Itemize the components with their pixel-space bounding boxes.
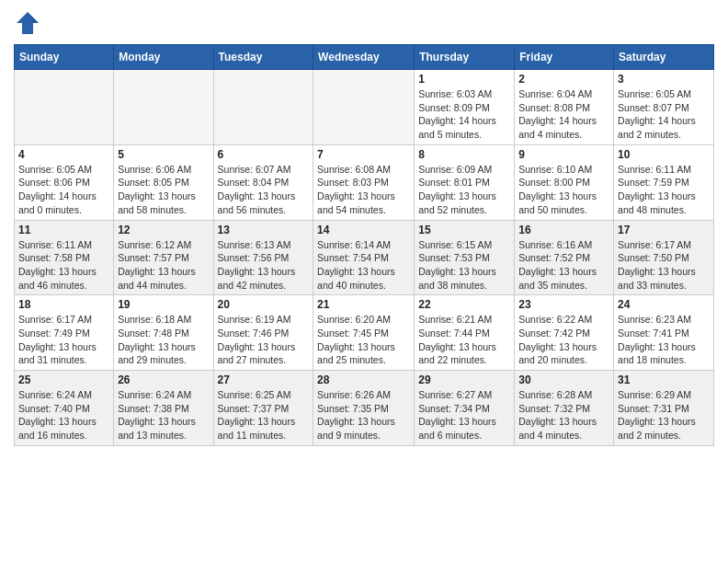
calendar-day: 17Sunrise: 6:17 AMSunset: 7:50 PMDayligh… [614, 220, 714, 295]
day-info: Sunrise: 6:23 AMSunset: 7:41 PMDaylight:… [618, 313, 710, 367]
day-number: 1 [418, 73, 510, 86]
calendar-day: 23Sunrise: 6:22 AMSunset: 7:42 PMDayligh… [515, 295, 614, 371]
day-info: Sunrise: 6:26 AMSunset: 7:35 PMDaylight:… [317, 388, 410, 442]
calendar-day [15, 70, 114, 145]
day-info: Sunrise: 6:24 AMSunset: 7:40 PMDaylight:… [18, 388, 109, 442]
page-header [14, 9, 714, 37]
day-info: Sunrise: 6:06 AMSunset: 8:05 PMDaylight:… [118, 163, 209, 217]
calendar-day: 19Sunrise: 6:18 AMSunset: 7:48 PMDayligh… [114, 295, 213, 371]
day-number: 28 [317, 373, 410, 386]
calendar-week-1: 1Sunrise: 6:03 AMSunset: 8:09 PMDaylight… [15, 70, 714, 145]
day-info: Sunrise: 6:21 AMSunset: 7:44 PMDaylight:… [418, 313, 510, 367]
day-number: 18 [18, 298, 109, 311]
day-number: 3 [618, 73, 710, 86]
day-info: Sunrise: 6:28 AMSunset: 7:32 PMDaylight:… [518, 388, 609, 442]
day-number: 20 [218, 298, 310, 311]
logo-icon [14, 9, 41, 37]
day-info: Sunrise: 6:04 AMSunset: 8:08 PMDaylight:… [518, 87, 609, 142]
calendar-day: 2Sunrise: 6:04 AMSunset: 8:08 PMDaylight… [515, 70, 614, 145]
calendar-week-4: 18Sunrise: 6:17 AMSunset: 7:49 PMDayligh… [15, 295, 714, 371]
day-info: Sunrise: 6:10 AMSunset: 8:00 PMDaylight:… [518, 163, 609, 217]
calendar-day [313, 70, 415, 145]
day-info: Sunrise: 6:07 AMSunset: 8:04 PMDaylight:… [218, 163, 310, 217]
day-info: Sunrise: 6:08 AMSunset: 8:03 PMDaylight:… [317, 163, 410, 217]
calendar-day: 10Sunrise: 6:11 AMSunset: 7:59 PMDayligh… [614, 144, 714, 220]
weekday-header-saturday: Saturday [614, 45, 714, 70]
day-number: 11 [18, 224, 109, 236]
day-number: 25 [18, 373, 109, 386]
day-number: 24 [618, 298, 710, 311]
day-info: Sunrise: 6:12 AMSunset: 7:57 PMDaylight:… [118, 238, 209, 293]
day-number: 29 [418, 373, 510, 386]
day-number: 21 [317, 298, 410, 311]
calendar-day: 7Sunrise: 6:08 AMSunset: 8:03 PMDaylight… [313, 144, 415, 220]
calendar-day [114, 70, 213, 145]
day-info: Sunrise: 6:22 AMSunset: 7:42 PMDaylight:… [518, 313, 609, 367]
calendar-day: 9Sunrise: 6:10 AMSunset: 8:00 PMDaylight… [515, 144, 614, 220]
day-number: 2 [518, 73, 609, 86]
day-number: 8 [418, 148, 510, 161]
calendar-day: 20Sunrise: 6:19 AMSunset: 7:46 PMDayligh… [213, 295, 313, 371]
calendar-day: 8Sunrise: 6:09 AMSunset: 8:01 PMDaylight… [415, 144, 515, 220]
calendar-day: 4Sunrise: 6:05 AMSunset: 8:06 PMDaylight… [15, 144, 114, 220]
calendar-day: 31Sunrise: 6:29 AMSunset: 7:31 PMDayligh… [614, 371, 714, 446]
day-info: Sunrise: 6:11 AMSunset: 7:59 PMDaylight:… [618, 163, 710, 217]
day-number: 14 [317, 224, 410, 236]
calendar-day: 3Sunrise: 6:05 AMSunset: 8:07 PMDaylight… [614, 70, 714, 145]
calendar: SundayMondayTuesdayWednesdayThursdayFrid… [14, 44, 714, 446]
day-info: Sunrise: 6:25 AMSunset: 7:37 PMDaylight:… [218, 388, 310, 442]
day-info: Sunrise: 6:20 AMSunset: 7:45 PMDaylight:… [317, 313, 410, 367]
day-number: 13 [218, 224, 310, 236]
day-number: 16 [518, 224, 609, 236]
day-number: 10 [618, 148, 710, 161]
day-number: 5 [118, 148, 209, 161]
day-info: Sunrise: 6:27 AMSunset: 7:34 PMDaylight:… [418, 388, 510, 442]
day-info: Sunrise: 6:09 AMSunset: 8:01 PMDaylight:… [418, 163, 510, 217]
day-number: 15 [418, 224, 510, 236]
day-number: 27 [218, 373, 310, 386]
calendar-day: 16Sunrise: 6:16 AMSunset: 7:52 PMDayligh… [515, 220, 614, 295]
calendar-day: 29Sunrise: 6:27 AMSunset: 7:34 PMDayligh… [415, 371, 515, 446]
weekday-header-wednesday: Wednesday [313, 45, 415, 70]
weekday-header-thursday: Thursday [415, 45, 515, 70]
calendar-day: 18Sunrise: 6:17 AMSunset: 7:49 PMDayligh… [15, 295, 114, 371]
calendar-day: 12Sunrise: 6:12 AMSunset: 7:57 PMDayligh… [114, 220, 213, 295]
calendar-day: 5Sunrise: 6:06 AMSunset: 8:05 PMDaylight… [114, 144, 213, 220]
day-number: 23 [518, 298, 609, 311]
day-info: Sunrise: 6:29 AMSunset: 7:31 PMDaylight:… [618, 388, 710, 442]
day-number: 12 [118, 224, 209, 236]
day-info: Sunrise: 6:05 AMSunset: 8:06 PMDaylight:… [18, 163, 109, 217]
logo [14, 9, 45, 37]
calendar-week-3: 11Sunrise: 6:11 AMSunset: 7:58 PMDayligh… [15, 220, 714, 295]
calendar-day: 15Sunrise: 6:15 AMSunset: 7:53 PMDayligh… [415, 220, 515, 295]
day-info: Sunrise: 6:18 AMSunset: 7:48 PMDaylight:… [118, 313, 209, 367]
calendar-day: 13Sunrise: 6:13 AMSunset: 7:56 PMDayligh… [213, 220, 313, 295]
day-info: Sunrise: 6:19 AMSunset: 7:46 PMDaylight:… [218, 313, 310, 367]
weekday-header-row: SundayMondayTuesdayWednesdayThursdayFrid… [15, 45, 714, 70]
day-number: 26 [118, 373, 209, 386]
day-number: 4 [18, 148, 109, 161]
calendar-day: 22Sunrise: 6:21 AMSunset: 7:44 PMDayligh… [415, 295, 515, 371]
day-number: 17 [618, 224, 710, 236]
weekday-header-friday: Friday [515, 45, 614, 70]
day-info: Sunrise: 6:13 AMSunset: 7:56 PMDaylight:… [218, 238, 310, 293]
day-info: Sunrise: 6:03 AMSunset: 8:09 PMDaylight:… [418, 87, 510, 142]
day-number: 9 [518, 148, 609, 161]
calendar-day: 27Sunrise: 6:25 AMSunset: 7:37 PMDayligh… [213, 371, 313, 446]
day-number: 22 [418, 298, 510, 311]
calendar-day: 21Sunrise: 6:20 AMSunset: 7:45 PMDayligh… [313, 295, 415, 371]
calendar-day: 26Sunrise: 6:24 AMSunset: 7:38 PMDayligh… [114, 371, 213, 446]
calendar-day: 25Sunrise: 6:24 AMSunset: 7:40 PMDayligh… [15, 371, 114, 446]
day-number: 6 [218, 148, 310, 161]
calendar-week-2: 4Sunrise: 6:05 AMSunset: 8:06 PMDaylight… [15, 144, 714, 220]
day-number: 7 [317, 148, 410, 161]
calendar-day: 11Sunrise: 6:11 AMSunset: 7:58 PMDayligh… [15, 220, 114, 295]
day-number: 19 [118, 298, 209, 311]
day-info: Sunrise: 6:16 AMSunset: 7:52 PMDaylight:… [518, 238, 609, 293]
day-info: Sunrise: 6:24 AMSunset: 7:38 PMDaylight:… [118, 388, 209, 442]
day-info: Sunrise: 6:15 AMSunset: 7:53 PMDaylight:… [418, 238, 510, 293]
calendar-day: 6Sunrise: 6:07 AMSunset: 8:04 PMDaylight… [213, 144, 313, 220]
calendar-day: 30Sunrise: 6:28 AMSunset: 7:32 PMDayligh… [515, 371, 614, 446]
day-number: 31 [618, 373, 710, 386]
day-info: Sunrise: 6:17 AMSunset: 7:50 PMDaylight:… [618, 238, 710, 293]
